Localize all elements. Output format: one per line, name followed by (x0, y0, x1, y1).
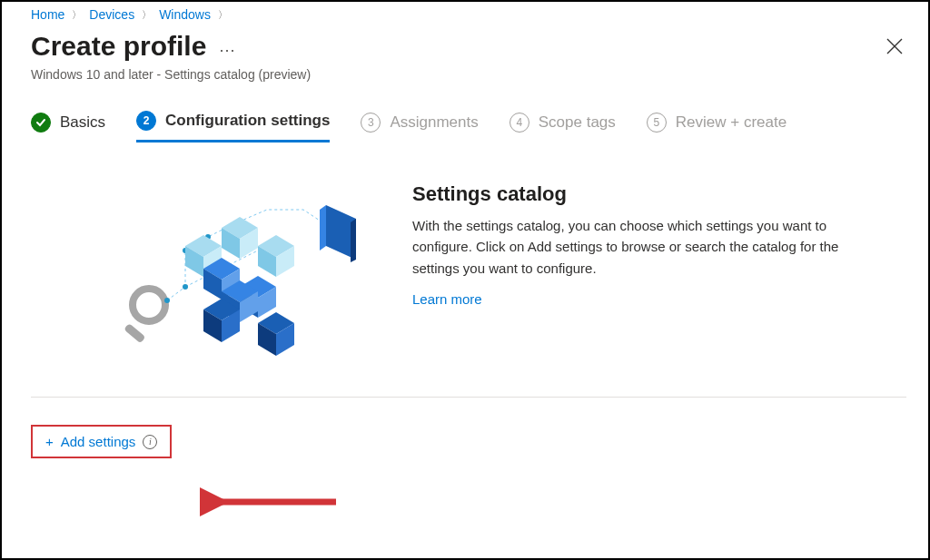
close-button[interactable] (886, 38, 903, 58)
wizard-stepper: Basics 2 Configuration settings 3 Assign… (31, 111, 906, 142)
step-label: Assignments (390, 113, 478, 132)
catalog-illustration (122, 182, 367, 364)
step-assignments[interactable]: 3 Assignments (361, 113, 478, 142)
chevron-right-icon: 〉 (142, 8, 152, 22)
close-icon (886, 38, 903, 54)
check-icon (31, 113, 51, 133)
page-title: Create profile (31, 31, 206, 62)
breadcrumb-home[interactable]: Home (31, 7, 64, 22)
hero-title: Settings catalog (412, 182, 866, 206)
chevron-right-icon: 〉 (72, 8, 82, 22)
add-settings-label: Add settings (61, 434, 136, 449)
step-label: Basics (60, 113, 105, 132)
hero-section: Settings catalog With the settings catal… (122, 182, 906, 364)
step-number-icon: 2 (136, 111, 156, 131)
plus-icon: + (45, 434, 54, 449)
step-scope-tags[interactable]: 4 Scope tags (510, 113, 616, 142)
learn-more-link[interactable]: Learn more (412, 291, 482, 307)
annotation-arrow (200, 484, 345, 524)
page-subtitle: Windows 10 and later - Settings catalog … (31, 67, 906, 82)
step-review-create[interactable]: 5 Review + create (647, 113, 787, 142)
step-number-icon: 3 (361, 113, 381, 133)
breadcrumb: Home 〉 Devices 〉 Windows 〉 (31, 7, 906, 22)
divider (31, 397, 906, 398)
step-configuration-settings[interactable]: 2 Configuration settings (136, 111, 330, 142)
step-number-icon: 5 (647, 113, 667, 133)
chevron-right-icon: 〉 (218, 8, 228, 22)
svg-point-4 (183, 284, 188, 290)
hero-body: With the settings catalog, you can choos… (412, 215, 866, 279)
step-label: Scope tags (539, 113, 616, 132)
more-actions-button[interactable]: ⋯ (219, 40, 237, 60)
step-label: Review + create (676, 113, 787, 132)
breadcrumb-windows[interactable]: Windows (159, 7, 211, 22)
svg-point-5 (164, 298, 170, 303)
step-number-icon: 4 (510, 113, 529, 133)
step-label: Configuration settings (165, 112, 330, 130)
book-icon (320, 205, 356, 262)
step-basics[interactable]: Basics (31, 113, 105, 142)
magnifier-icon (124, 289, 165, 343)
svg-point-0 (133, 289, 165, 321)
info-icon[interactable]: i (143, 435, 157, 449)
breadcrumb-devices[interactable]: Devices (89, 7, 134, 22)
add-settings-button[interactable]: + Add settings i (31, 425, 172, 458)
svg-rect-1 (124, 323, 145, 343)
